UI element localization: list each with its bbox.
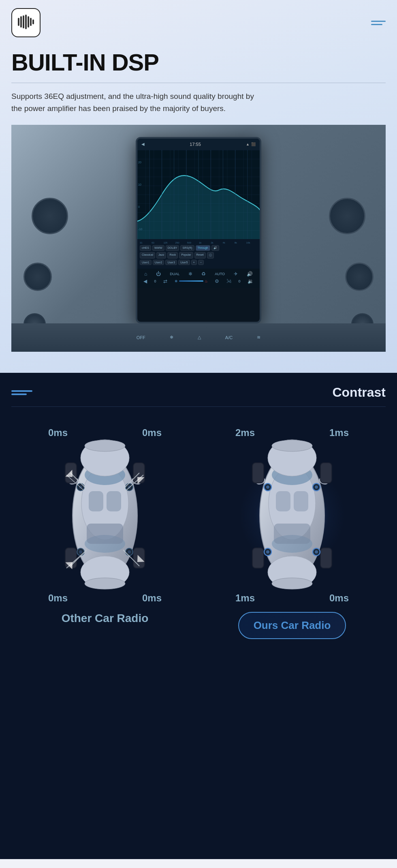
svg-rect-45 [107, 491, 121, 511]
page-title: BUILT-IN DSP [11, 49, 386, 75]
eq-btn-srs[interactable]: SRS(R) [180, 245, 194, 251]
power-icon[interactable]: ⏻ [156, 271, 161, 277]
ours-car-label-bottom-left: 1ms [235, 592, 255, 604]
screen-bottom-controls: ⌂ ⏻ DUAL ❄ ♻ AUTO ✈ 🔊 ◀ 0 ⇄ ❄ [137, 269, 260, 288]
dash-hazard-icon[interactable]: △ [198, 335, 201, 340]
dash-rear-icon[interactable]: ≋ [257, 335, 260, 340]
fan2-icon[interactable]: ⚙ [215, 278, 219, 284]
logo-box[interactable] [11, 8, 41, 37]
dash-defrost-icon[interactable]: ❄ [170, 335, 173, 340]
svg-rect-2 [23, 15, 24, 28]
ours-car-top-labels: 2ms 1ms [235, 427, 349, 438]
svg-rect-76 [276, 491, 290, 511]
eq-btn-user5[interactable]: User5 [178, 260, 190, 265]
title-area: BUILT-IN DSP [11, 49, 386, 75]
svg-rect-65 [320, 463, 332, 483]
dash-ac-btn[interactable]: A/C [225, 335, 233, 340]
left-vent-bottom [23, 263, 52, 291]
svg-point-29 [85, 578, 125, 589]
eq-btn-add[interactable]: + [191, 260, 197, 265]
snowflake-icon[interactable]: ❄ [188, 271, 192, 277]
contrast-section: Contrast 0ms 0ms [0, 373, 397, 859]
dash-off-btn[interactable]: OFF [137, 335, 145, 340]
vol-down-icon[interactable]: 🔉 [248, 278, 254, 284]
header-section: BUILT-IN DSP Supports 36EQ adjustment, a… [0, 0, 397, 373]
svg-point-28 [85, 440, 125, 451]
eq-btn-jazz[interactable]: Jazz [156, 252, 166, 259]
eq-btn-info[interactable]: ⓘ [207, 252, 214, 259]
other-car-label-bottom-right: 0ms [142, 592, 162, 604]
svg-text:0: 0 [138, 205, 140, 208]
right-vent-bottom [345, 263, 374, 291]
nav-bar [11, 8, 386, 37]
svg-rect-46 [87, 524, 123, 544]
svg-text:20: 20 [138, 160, 141, 164]
eq-btn-www[interactable]: WWW [152, 245, 164, 251]
ours-car-panel: 2ms 1ms [227, 427, 357, 639]
contrast-divider [11, 406, 386, 407]
svg-rect-0 [18, 18, 19, 26]
svg-rect-64 [252, 463, 264, 483]
eq-user-row: User1 User2 User3 User5 + − [140, 260, 257, 265]
eq-btn-user3[interactable]: User3 [165, 260, 177, 265]
fan-icon[interactable]: ✈ [234, 271, 238, 277]
eq-btn-rock[interactable]: Rock [167, 252, 178, 259]
left-vent-top [32, 198, 68, 234]
temp-slider[interactable]: ❄ ♨ [175, 279, 208, 283]
ours-car-svg [235, 438, 349, 592]
eq-btn-vol[interactable]: 🔊 [211, 245, 219, 251]
svg-rect-5 [30, 18, 32, 26]
eq-presets-row: Classical Jazz Rock Popular Reset ⓘ [140, 252, 257, 259]
eq-btn-remove[interactable]: − [198, 260, 204, 265]
recycle-icon[interactable]: ♻ [201, 271, 206, 277]
other-car-label-top-left: 0ms [48, 427, 68, 438]
svg-rect-77 [294, 491, 308, 511]
svg-text:-10: -10 [138, 227, 142, 231]
other-car-panel: 0ms 0ms [40, 427, 170, 625]
svg-rect-66 [252, 548, 264, 568]
ctrl-row-top: ⌂ ⏻ DUAL ❄ ♻ AUTO ✈ 🔊 [140, 271, 257, 277]
eq-btn-through[interactable]: Through [196, 245, 210, 251]
title-divider [11, 83, 386, 83]
ac-icon[interactable]: 🌬 [226, 278, 231, 284]
dash-interior: ◀ 17:55 ▲⬛ [11, 125, 386, 352]
ours-car-radio-button[interactable]: Ours Car Radio [238, 612, 346, 639]
back-icon[interactable]: ◀ [143, 278, 147, 284]
home-icon[interactable]: ⌂ [144, 271, 147, 277]
eq-btn-popular[interactable]: Popular [179, 252, 193, 259]
zero-left: 0 [154, 279, 156, 283]
eq-controls: 31 63 125 250 500 1k 2k 4k 8k 16k cHES [137, 239, 260, 269]
svg-point-43 [128, 550, 131, 554]
svg-point-71 [315, 485, 318, 489]
dashboard-image: ◀ 17:55 ▲⬛ [11, 125, 386, 352]
eq-btn-dolby[interactable]: DOLBY [166, 245, 179, 251]
eq-effects-row1: cHES WWW DOLBY SRS(R) Through 🔊 [140, 245, 257, 251]
other-car-svg [48, 438, 162, 592]
vol-up-icon[interactable]: 🔊 [247, 271, 253, 277]
mode-icon[interactable]: ⇄ [163, 278, 167, 284]
audio-logo-icon [16, 12, 36, 33]
eq-display: 20 10 0 -10 [137, 150, 260, 239]
svg-point-75 [315, 550, 318, 554]
other-car-top-labels: 0ms 0ms [48, 427, 162, 438]
svg-rect-3 [25, 15, 27, 29]
other-car-bottom-labels: 0ms 0ms [48, 592, 162, 604]
cars-comparison: 0ms 0ms [11, 427, 386, 639]
ctrl-row-bottom: ◀ 0 ⇄ ❄ ♨ ⚙ 🌬 0 🔉 [140, 278, 257, 284]
svg-text:10: 10 [138, 182, 141, 186]
svg-rect-6 [32, 19, 34, 24]
eq-btn-user1[interactable]: User1 [140, 260, 152, 265]
contrast-lines-icon [11, 390, 32, 395]
eq-btn-ches[interactable]: cHES [140, 245, 151, 251]
zero-right: 0 [238, 279, 240, 283]
screen-top-bar: ◀ 17:55 ▲⬛ [137, 139, 260, 150]
svg-point-73 [266, 550, 269, 554]
ours-car-label-top-left: 2ms [235, 427, 255, 438]
screen-time: 17:55 [190, 142, 201, 147]
eq-btn-user2[interactable]: User2 [153, 260, 164, 265]
eq-btn-classical[interactable]: Classical [140, 252, 155, 259]
ours-car-visual [235, 438, 349, 592]
eq-btn-reset[interactable]: Reset [194, 252, 206, 259]
hamburger-menu-icon[interactable] [371, 21, 386, 25]
dual-label: DUAL [170, 272, 179, 276]
